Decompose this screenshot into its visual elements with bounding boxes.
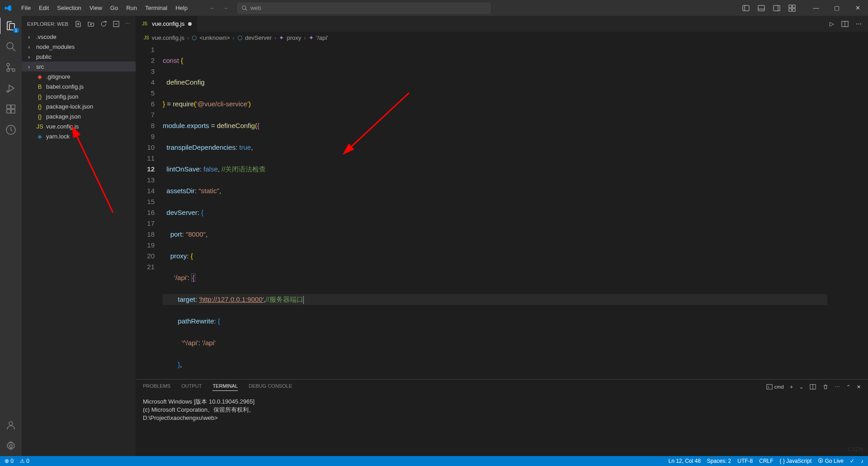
folder-vscode[interactable]: ›.vscode [22, 32, 136, 42]
menu-selection[interactable]: Selection [53, 3, 85, 13]
svg-point-12 [7, 43, 13, 49]
maximize-icon[interactable]: ▢ [826, 0, 847, 16]
nav-back-icon[interactable]: ← [209, 5, 215, 11]
new-terminal-icon[interactable]: + [790, 384, 793, 390]
status-go-live[interactable]: ⦿ Go Live [818, 458, 844, 464]
menu-go[interactable]: Go [107, 3, 122, 13]
split-icon[interactable] [841, 20, 849, 28]
status-bell-icon[interactable]: ♪ [861, 458, 863, 464]
status-cursor-pos[interactable]: Ln 12, Col 48 [668, 458, 700, 464]
close-panel-icon[interactable]: ✕ [857, 384, 861, 390]
svg-rect-11 [793, 9, 795, 11]
file-vue-config[interactable]: JSvue.config.js [22, 121, 136, 131]
menu-terminal[interactable]: Terminal [142, 3, 171, 13]
file-babel-config[interactable]: Bbabel.config.js [22, 81, 136, 91]
folder-node-modules[interactable]: ›node_modules [22, 42, 136, 52]
menu-help[interactable]: Help [172, 3, 191, 13]
breadcrumb-item[interactable]: <unknown> [199, 34, 230, 41]
tab-bar: JS vue.config.js ▷ ⋯ [136, 16, 868, 32]
file-gitignore[interactable]: ◆.gitignore [22, 71, 136, 81]
menu-run[interactable]: Run [123, 3, 141, 13]
breadcrumb-item[interactable]: '/api' [316, 34, 328, 41]
file-jsconfig[interactable]: {}jsconfig.json [22, 91, 136, 101]
breadcrumb[interactable]: JS vue.config.js› ⬡<unknown>› ⬡devServer… [136, 32, 868, 43]
line-gutter: 123456789101112131415161718192021 [136, 43, 163, 379]
kill-terminal-icon[interactable] [822, 384, 829, 390]
svg-rect-20 [11, 105, 15, 109]
status-eol[interactable]: CRLF [759, 458, 773, 464]
tab-vue-config[interactable]: JS vue.config.js [136, 16, 198, 32]
panel-tab-output[interactable]: OUTPUT [181, 383, 202, 390]
split-terminal-icon[interactable] [810, 384, 816, 390]
panel-tab-terminal[interactable]: TERMINAL [212, 383, 238, 391]
status-bar: ⊗ 0 ⚠ 0 Ln 12, Col 48 Spaces: 2 UTF-8 CR… [0, 456, 868, 466]
activity-bar: 1 [0, 16, 22, 456]
toggle-panel-right-icon[interactable] [773, 5, 780, 12]
file-tree: ›.vscode ›node_modules ›public ›src ◆.gi… [22, 32, 136, 456]
toggle-panel-bottom-icon[interactable] [758, 5, 765, 12]
refresh-icon[interactable] [100, 20, 107, 28]
more-actions-icon[interactable]: ⋯ [856, 20, 862, 27]
menu-file[interactable]: File [18, 3, 34, 13]
breadcrumb-item[interactable]: vue.config.js [152, 34, 184, 41]
panel-more-icon[interactable]: ⋯ [835, 384, 840, 390]
editor-actions: ▷ ⋯ [830, 16, 868, 32]
maximize-panel-icon[interactable]: ⌃ [846, 384, 850, 390]
breadcrumb-item[interactable]: devServer [245, 34, 272, 41]
code-editor[interactable]: 123456789101112131415161718192021 const … [136, 43, 868, 379]
status-warnings[interactable]: ⚠ 0 [20, 458, 29, 464]
activity-accounts-icon[interactable] [5, 420, 16, 431]
more-icon[interactable]: ⋯ [125, 21, 130, 27]
svg-rect-4 [758, 5, 764, 11]
title-bar: File Edit Selection View Go Run Terminal… [0, 0, 868, 16]
command-center[interactable]: web [237, 3, 491, 14]
activity-scm-icon[interactable] [5, 62, 16, 73]
svg-rect-6 [774, 5, 780, 11]
menu-bar: File Edit Selection View Go Run Terminal… [16, 3, 191, 13]
terminal-dropdown-icon[interactable]: ⌄ [799, 384, 803, 390]
run-icon[interactable]: ▷ [830, 20, 834, 27]
new-file-icon[interactable] [75, 20, 82, 28]
terminal-body[interactable]: Microsoft Windows [版本 10.0.19045.2965] (… [136, 394, 868, 456]
folder-public[interactable]: ›public [22, 52, 136, 62]
collapse-icon[interactable] [113, 20, 120, 28]
activity-debug-icon[interactable] [5, 83, 16, 94]
file-package-lock[interactable]: {}package-lock.json [22, 101, 136, 111]
terminal-profile[interactable]: cmd [766, 384, 784, 390]
status-encoding[interactable]: UTF-8 [737, 458, 753, 464]
js-icon: JS [144, 35, 149, 40]
nav-forward-icon[interactable]: → [222, 5, 228, 11]
new-folder-icon[interactable] [87, 20, 94, 28]
menu-edit[interactable]: Edit [35, 3, 52, 13]
search-text: web [250, 5, 261, 11]
status-errors[interactable]: ⊗ 0 [5, 458, 14, 464]
status-prettier-icon[interactable]: ✓ [850, 458, 854, 464]
toggle-panel-left-icon[interactable] [742, 5, 750, 12]
bottom-panel: PROBLEMS OUTPUT TERMINAL DEBUG CONSOLE c… [136, 379, 868, 456]
explorer-badge: 1 [13, 28, 19, 33]
symbol-icon: ⬡ [237, 34, 242, 41]
file-package-json[interactable]: {}package.json [22, 111, 136, 121]
panel-tab-debug-console[interactable]: DEBUG CONSOLE [249, 383, 292, 390]
svg-line-1 [245, 9, 247, 10]
menu-view[interactable]: View [86, 3, 106, 13]
activity-remote-icon[interactable] [5, 124, 16, 135]
activity-search-icon[interactable] [5, 41, 16, 52]
panel-tab-problems[interactable]: PROBLEMS [143, 383, 170, 390]
breadcrumb-item[interactable]: proxy [287, 34, 301, 41]
activity-settings-icon[interactable] [5, 441, 16, 452]
status-language[interactable]: { } JavaScript [780, 458, 812, 464]
file-yarn-lock[interactable]: ◈yarn.lock [22, 131, 136, 141]
status-indent[interactable]: Spaces: 2 [707, 458, 731, 464]
tab-label: vue.config.js [152, 20, 184, 27]
minimap[interactable] [827, 43, 868, 379]
folder-src[interactable]: ›src [22, 62, 136, 71]
activity-extensions-icon[interactable] [5, 104, 16, 114]
code-content[interactable]: const { defineConfig } = require('@vue/c… [163, 43, 827, 379]
activity-explorer-icon[interactable]: 1 [5, 20, 16, 31]
js-icon: JS [141, 21, 148, 26]
symbol-icon: ✦ [309, 34, 314, 41]
customize-layout-icon[interactable] [788, 5, 796, 12]
minimize-icon[interactable]: — [806, 0, 826, 16]
close-icon[interactable]: ✕ [847, 0, 868, 16]
